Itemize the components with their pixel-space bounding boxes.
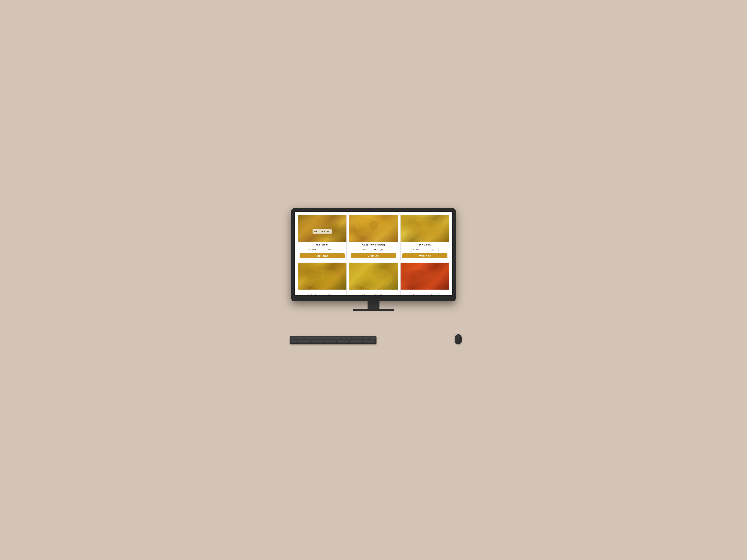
- monitor-neck: [367, 301, 380, 309]
- select-dropdown-row2-mid[interactable]: Select: [360, 293, 376, 295]
- product-name-mix-farsan: Mix Farsan: [300, 243, 345, 246]
- food-image-label: MIX FARSAN: [313, 230, 332, 234]
- monitor-bezel: MIX FARSAN Mix Farsan Select: [294, 211, 453, 296]
- qty-input-row2-mid[interactable]: [378, 293, 387, 295]
- select-dropdown-mix-farsan[interactable]: Select: [309, 247, 325, 252]
- key: [345, 337, 351, 340]
- key: [352, 337, 357, 340]
- product-info-row2-right: Select Order Now: [401, 290, 449, 295]
- svg-point-6: [427, 221, 443, 232]
- order-btn-sev-mamra[interactable]: Order Now: [402, 254, 447, 258]
- keyboard: [290, 336, 377, 344]
- product-card-row2-right: Select Order Now: [401, 263, 449, 295]
- product-grid: MIX FARSAN Mix Farsan Select: [298, 215, 449, 295]
- product-controls-row2-right: Select: [402, 293, 447, 295]
- product-card-sev-mamra: Sev Mamra Select Order Now: [401, 215, 449, 260]
- qty-input-row2-right[interactable]: [429, 293, 439, 295]
- product-card-row2-left: Select Order Now: [298, 263, 346, 295]
- key: [298, 341, 304, 344]
- mouse: [455, 334, 462, 344]
- product-controls-mix-farsan: Select: [300, 247, 345, 252]
- monitor: MIX FARSAN Mix Farsan Select: [291, 208, 456, 311]
- monitor-outer: MIX FARSAN Mix Farsan Select: [291, 208, 456, 301]
- product-image-row2-left: [298, 263, 346, 290]
- product-info-row2-left: Select Order Now: [298, 290, 346, 295]
- key: [311, 341, 317, 344]
- svg-point-5: [407, 221, 422, 230]
- key: [333, 337, 339, 340]
- key: [330, 341, 336, 344]
- key: [309, 337, 315, 340]
- product-image-row2-right: [401, 263, 449, 290]
- product-info-sev-mamra: Sev Mamra Select Order Now: [401, 242, 449, 260]
- svg-point-8: [305, 270, 321, 279]
- select-dropdown-corn-flakes[interactable]: Select: [360, 247, 376, 252]
- product-card-row2-mid: Select Order Now: [349, 263, 398, 295]
- select-dropdown-row2-left[interactable]: Select: [309, 293, 325, 295]
- key: [291, 341, 297, 344]
- order-btn-mix-farsan[interactable]: Order Now: [300, 254, 345, 258]
- qty-input-sev-mamra[interactable]: [429, 247, 439, 252]
- key: [304, 341, 310, 344]
- key: [363, 341, 369, 344]
- product-controls-row2-left: Select: [300, 293, 345, 295]
- key: [317, 341, 323, 344]
- svg-point-10: [372, 268, 390, 279]
- product-info-row2-mid: Select Order Now: [349, 290, 398, 295]
- svg-point-3: [369, 221, 378, 230]
- scene: MIX FARSAN Mix Farsan Select: [278, 208, 469, 352]
- product-controls-sev-mamra: Select: [402, 247, 447, 252]
- product-image-sev-mamra: [401, 215, 449, 242]
- product-image-corn-flakes: [349, 215, 398, 242]
- screen-content: MIX FARSAN Mix Farsan Select: [294, 212, 453, 295]
- key: [324, 341, 330, 344]
- select-dropdown-sev-mamra[interactable]: Select: [411, 247, 428, 252]
- key: [358, 337, 363, 340]
- key: [297, 337, 303, 340]
- product-name-corn-flakes: Corn Flakes (Makai): [351, 243, 396, 246]
- key: [303, 337, 309, 340]
- product-card-mix-farsan: MIX FARSAN Mix Farsan Select: [298, 215, 346, 260]
- key: [337, 341, 343, 344]
- key: [350, 341, 356, 344]
- product-name-sev-mamra: Sev Mamra: [402, 243, 447, 246]
- key: [343, 341, 349, 344]
- svg-point-12: [409, 270, 426, 279]
- product-info-mix-farsan: Mix Farsan Select Order Now: [298, 242, 346, 260]
- select-dropdown-row2-right[interactable]: Select: [411, 293, 428, 295]
- qty-input-row2-left[interactable]: [326, 293, 336, 295]
- key: [339, 337, 345, 340]
- product-controls-corn-flakes: Select: [351, 247, 396, 252]
- screen: MIX FARSAN Mix Farsan Select: [294, 212, 453, 295]
- qty-input-mix-farsan[interactable]: [326, 247, 336, 252]
- product-image-mix-farsan: MIX FARSAN: [298, 215, 346, 242]
- key: [321, 337, 327, 340]
- key: [291, 337, 297, 340]
- apple-logo-icon: : [373, 310, 374, 314]
- keyboard-row-2: [291, 341, 375, 344]
- order-btn-corn-flakes[interactable]: Order Now: [351, 254, 396, 258]
- key: [370, 337, 376, 340]
- keyboard-row-1: [291, 337, 375, 340]
- product-info-corn-flakes: Corn Flakes (Makai) Select Order Now: [349, 242, 398, 260]
- product-image-row2-mid: [349, 263, 398, 290]
- key: [315, 337, 321, 340]
- key: [327, 337, 333, 340]
- key: [369, 341, 375, 344]
- key: [364, 337, 369, 340]
- product-controls-row2-mid: Select: [351, 293, 396, 295]
- key: [356, 341, 362, 344]
- qty-input-corn-flakes[interactable]: [378, 247, 387, 252]
- product-card-corn-flakes: Corn Flakes (Makai) Select Order Now: [349, 215, 398, 260]
